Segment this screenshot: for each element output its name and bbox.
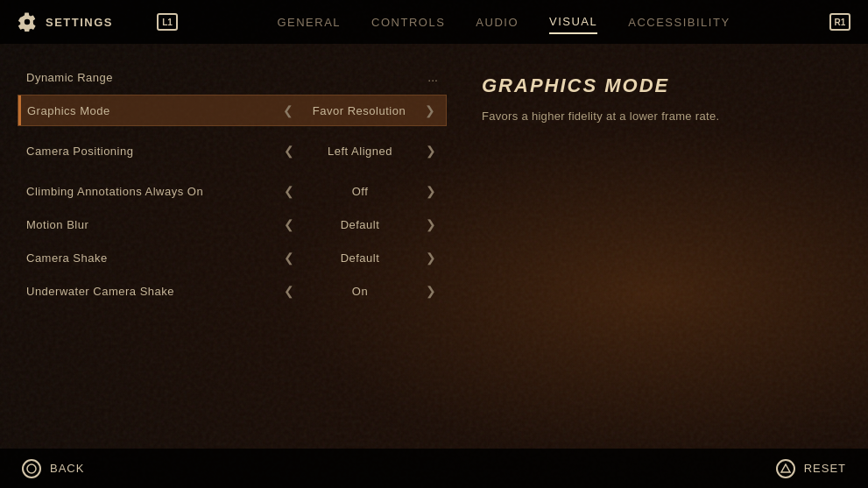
reset-label: Reset [804, 462, 846, 475]
setting-value-camera-positioning: Left Aligned [303, 145, 417, 158]
arrow-right-underwater-camera-shake[interactable]: ❯ [424, 284, 438, 298]
setting-row-camera-shake[interactable]: Camera Shake❮Default❯ [18, 242, 447, 273]
back-circle-icon [22, 459, 41, 478]
setting-name-motion-blur: Motion Blur [26, 218, 282, 231]
arrow-left-camera-shake[interactable]: ❮ [282, 251, 296, 265]
setting-row-motion-blur[interactable]: Motion Blur❮Default❯ [18, 209, 447, 240]
setting-row-dynamic-range[interactable]: Dynamic Range... [18, 61, 447, 93]
info-title: GRAPHICS MODE [482, 74, 833, 97]
bottom-bar: Back Reset [0, 449, 868, 488]
setting-row-climbing-annotations[interactable]: Climbing Annotations Always On❮Off❯ [18, 175, 447, 207]
nav-tab-general[interactable]: GENERAL [277, 11, 341, 33]
setting-row-camera-positioning[interactable]: Camera Positioning❮Left Aligned❯ [18, 135, 447, 166]
setting-controls-climbing-annotations: ❮Off❯ [282, 184, 438, 198]
arrow-right-motion-blur[interactable]: ❯ [424, 217, 438, 231]
setting-name-underwater-camera-shake: Underwater Camera Shake [26, 285, 282, 298]
arrow-right-camera-shake[interactable]: ❯ [424, 251, 438, 265]
setting-value-graphics-mode: Favor Resolution [302, 104, 416, 117]
arrow-right-climbing-annotations[interactable]: ❯ [424, 184, 438, 198]
r1-button[interactable]: R1 [829, 13, 850, 31]
reset-triangle-icon [776, 459, 795, 478]
setting-dots-dynamic-range: ... [427, 70, 438, 84]
nav-tabs: GENERALCONTROLSAUDIOVISUALACCESSIBILITY [204, 11, 803, 34]
arrow-left-motion-blur[interactable]: ❮ [282, 217, 296, 231]
l1-button[interactable]: L1 [157, 13, 178, 31]
back-label: Back [50, 462, 84, 475]
nav-tab-visual[interactable]: VISUAL [549, 11, 597, 34]
arrow-right-graphics-mode[interactable]: ❯ [423, 103, 437, 117]
setting-controls-camera-shake: ❮Default❯ [282, 251, 438, 265]
arrow-left-underwater-camera-shake[interactable]: ❮ [282, 284, 296, 298]
info-panel: GRAPHICS MODE Favors a higher fidelity a… [464, 61, 850, 440]
svg-marker-1 [781, 464, 790, 472]
settings-panel: Dynamic Range...Graphics Mode❮Favor Reso… [18, 61, 447, 440]
svg-point-0 [27, 464, 36, 473]
setting-value-motion-blur: Default [303, 218, 417, 231]
settings-logo: SETTINGS [18, 12, 113, 32]
setting-row-graphics-mode[interactable]: Graphics Mode❮Favor Resolution❯ [18, 95, 447, 126]
setting-controls-graphics-mode: ❮Favor Resolution❯ [281, 103, 437, 117]
setting-value-climbing-annotations: Off [303, 185, 417, 198]
arrow-right-camera-positioning[interactable]: ❯ [424, 144, 438, 158]
setting-name-camera-shake: Camera Shake [26, 251, 282, 265]
arrow-left-graphics-mode[interactable]: ❮ [281, 103, 295, 117]
setting-name-graphics-mode: Graphics Mode [27, 104, 281, 117]
nav-bar: SETTINGS L1 GENERALCONTROLSAUDIOVISUALAC… [0, 0, 868, 44]
setting-controls-camera-positioning: ❮Left Aligned❯ [282, 144, 438, 158]
gear-icon [18, 12, 37, 32]
arrow-left-camera-positioning[interactable]: ❮ [282, 144, 296, 158]
setting-controls-underwater-camera-shake: ❮On❯ [282, 284, 438, 298]
reset-button[interactable]: Reset [776, 459, 846, 478]
setting-controls-motion-blur: ❮Default❯ [282, 217, 438, 231]
arrow-left-climbing-annotations[interactable]: ❮ [282, 184, 296, 198]
setting-name-camera-positioning: Camera Positioning [26, 145, 282, 158]
main-content: Dynamic Range...Graphics Mode❮Favor Reso… [0, 44, 868, 449]
setting-value-camera-shake: Default [303, 251, 417, 265]
settings-title: SETTINGS [46, 16, 113, 29]
nav-tab-accessibility[interactable]: ACCESSIBILITY [628, 11, 730, 33]
back-button[interactable]: Back [22, 459, 84, 478]
setting-value-underwater-camera-shake: On [303, 285, 417, 298]
info-description: Favors a higher fidelity at a lower fram… [482, 108, 833, 125]
setting-row-underwater-camera-shake[interactable]: Underwater Camera Shake❮On❯ [18, 275, 447, 307]
setting-name-dynamic-range: Dynamic Range [26, 71, 427, 84]
nav-tab-audio[interactable]: AUDIO [476, 11, 519, 33]
setting-name-climbing-annotations: Climbing Annotations Always On [26, 185, 282, 198]
nav-tab-controls[interactable]: CONTROLS [371, 11, 445, 33]
